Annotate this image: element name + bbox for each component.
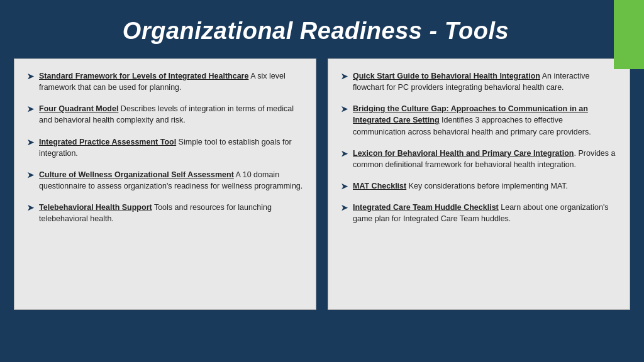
green-accent-bar — [614, 0, 644, 69]
chevron-icon: ➤ — [341, 182, 348, 191]
item-link[interactable]: MAT Checklist — [353, 182, 406, 190]
item-text: Integrated Practice Assessment Tool Simp… — [39, 136, 303, 159]
chevron-icon: ➤ — [341, 104, 348, 114]
item-text: Bridging the Culture Gap: Approaches to … — [353, 103, 617, 137]
chevron-icon: ➤ — [27, 72, 34, 81]
list-item: ➤ Four Quadrant Model Describes levels o… — [27, 103, 303, 126]
list-item: ➤ Standard Framework for Levels of Integ… — [27, 70, 303, 93]
item-link[interactable]: Culture of Wellness Organizational Self … — [39, 170, 234, 179]
item-link[interactable]: Integrated Practice Assessment Tool — [39, 138, 176, 146]
content-area: ➤ Standard Framework for Levels of Integ… — [0, 58, 644, 319]
chevron-icon: ➤ — [27, 203, 34, 212]
item-link[interactable]: Lexicon for Behavioral Health and Primar… — [353, 149, 574, 158]
chevron-icon: ➤ — [27, 170, 34, 180]
list-item: ➤ MAT Checklist Key considerations befor… — [341, 180, 617, 192]
item-text: Lexicon for Behavioral Health and Primar… — [353, 148, 617, 170]
item-link[interactable]: Standard Framework for Levels of Integra… — [39, 72, 248, 80]
right-panel: ➤ Quick Start Guide to Behavioral Health… — [328, 58, 630, 310]
list-item: ➤ Lexicon for Behavioral Health and Prim… — [341, 148, 617, 170]
item-text: Telebehavioral Health Support Tools and … — [39, 202, 303, 224]
list-item: ➤ Quick Start Guide to Behavioral Health… — [341, 70, 617, 93]
item-text: MAT Checklist Key considerations before … — [353, 180, 568, 192]
slide-container: Organizational Readiness - Tools ➤ Stand… — [0, 0, 644, 362]
item-link[interactable]: Four Quadrant Model — [39, 104, 118, 113]
list-item: ➤ Telebehavioral Health Support Tools an… — [27, 202, 303, 224]
item-text: Standard Framework for Levels of Integra… — [39, 70, 303, 93]
chevron-icon: ➤ — [341, 149, 348, 158]
list-item: ➤ Bridging the Culture Gap: Approaches t… — [341, 103, 617, 137]
item-link[interactable]: Quick Start Guide to Behavioral Health I… — [353, 72, 540, 80]
item-link[interactable]: Telebehavioral Health Support — [39, 203, 152, 212]
chevron-icon: ➤ — [341, 72, 348, 81]
left-panel: ➤ Standard Framework for Levels of Integ… — [14, 58, 316, 310]
chevron-icon: ➤ — [341, 203, 348, 212]
item-link[interactable]: Integrated Care Team Huddle Checklist — [353, 203, 499, 212]
header-area: Organizational Readiness - Tools — [0, 0, 644, 58]
list-item: ➤ Culture of Wellness Organizational Sel… — [27, 169, 303, 192]
chevron-icon: ➤ — [27, 138, 34, 147]
page-title: Organizational Readiness - Tools — [25, 18, 606, 45]
item-text: Culture of Wellness Organizational Self … — [39, 169, 303, 192]
list-item: ➤ Integrated Care Team Huddle Checklist … — [341, 202, 617, 224]
item-text: Quick Start Guide to Behavioral Health I… — [353, 70, 617, 93]
list-item: ➤ Integrated Practice Assessment Tool Si… — [27, 136, 303, 159]
item-text: Four Quadrant Model Describes levels of … — [39, 103, 303, 126]
item-text: Integrated Care Team Huddle Checklist Le… — [353, 202, 617, 224]
chevron-icon: ➤ — [27, 104, 34, 114]
